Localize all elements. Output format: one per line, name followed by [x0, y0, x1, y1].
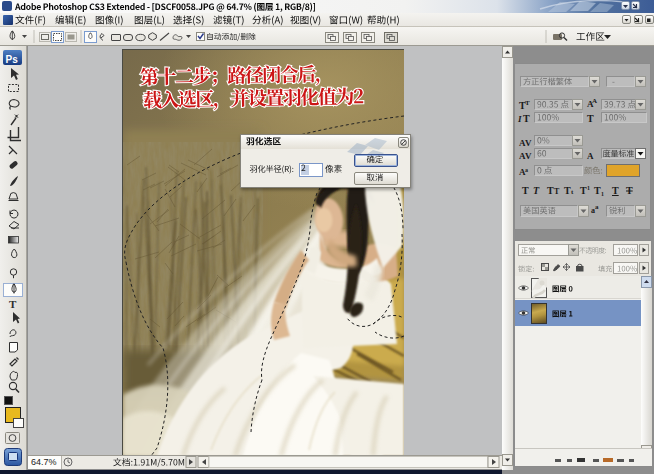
svg-text:T: T [587, 113, 594, 124]
svg-text:1: 1 [601, 191, 604, 197]
svg-text:T: T [522, 185, 529, 196]
svg-text:T: T [9, 298, 17, 310]
svg-text:64.7%: 64.7% [31, 457, 57, 467]
svg-text:T: T [547, 185, 554, 196]
svg-text:t: t [571, 188, 574, 196]
svg-text:T: T [554, 187, 560, 196]
svg-text:T: T [523, 113, 530, 124]
svg-text:T: T [612, 185, 619, 196]
svg-text:T: T [580, 185, 587, 196]
svg-text:T: T [626, 185, 633, 196]
svg-text:A: A [587, 151, 594, 161]
svg-text:Ps: Ps [6, 54, 19, 65]
svg-text:I: I [517, 114, 522, 124]
svg-text:V: V [525, 151, 532, 161]
svg-text:T: T [533, 185, 540, 196]
svg-text:V: V [525, 138, 532, 148]
svg-text:T: T [594, 185, 601, 196]
svg-text:T: T [564, 185, 571, 196]
svg-text:T: T [525, 99, 530, 107]
svg-text:A: A [592, 97, 597, 105]
svg-text:1: 1 [587, 185, 590, 191]
svg-text:a: a [595, 203, 599, 211]
svg-text:a: a [525, 167, 528, 173]
